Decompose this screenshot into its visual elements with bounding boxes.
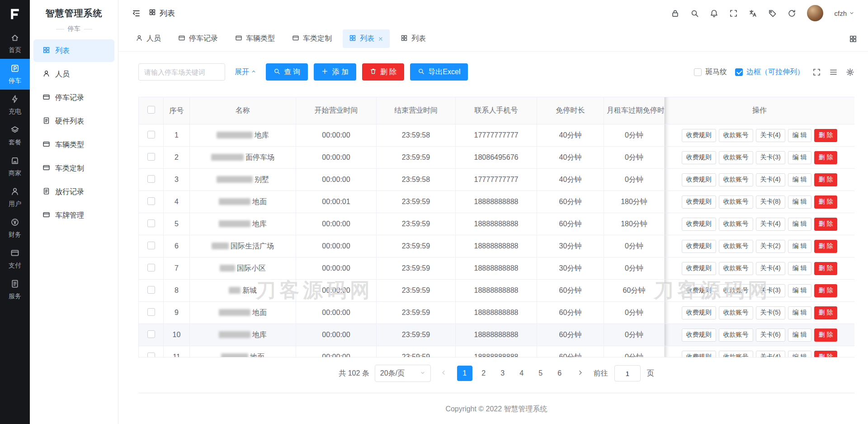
row-checkbox[interactable] <box>147 264 155 272</box>
row-checkbox[interactable] <box>147 153 155 161</box>
bell-icon[interactable] <box>710 9 718 18</box>
sidebar-item-放行记录[interactable]: 放行记录 <box>33 181 114 203</box>
gates-button[interactable]: 关卡(4) <box>756 218 785 231</box>
search-icon[interactable] <box>690 9 699 18</box>
border-checkbox-box[interactable] <box>735 68 743 76</box>
edit-button[interactable]: 编 辑 <box>788 329 811 342</box>
delete-button[interactable]: 删 除 <box>362 63 404 81</box>
payment-account-button[interactable]: 收款账号 <box>719 329 753 342</box>
primary-nav-支付[interactable]: 支付 <box>0 243 30 274</box>
density-icon[interactable] <box>829 68 838 76</box>
row-delete-button[interactable]: 删 除 <box>814 262 838 275</box>
row-delete-button[interactable]: 删 除 <box>814 240 838 253</box>
close-tab-icon[interactable] <box>378 36 383 42</box>
row-delete-button[interactable]: 删 除 <box>814 218 838 231</box>
gates-button[interactable]: 关卡(4) <box>756 173 785 186</box>
fullscreen-table-icon[interactable] <box>812 68 821 76</box>
sidebar-item-车牌管理[interactable]: 车牌管理 <box>33 204 114 227</box>
tab-车辆类型[interactable]: 车辆类型 <box>229 29 281 48</box>
payment-account-button[interactable]: 收款账号 <box>719 306 753 319</box>
language-icon[interactable] <box>749 9 757 18</box>
refresh-icon[interactable] <box>788 9 796 18</box>
tag-icon[interactable] <box>768 9 777 18</box>
fee-rules-button[interactable]: 收费规则 <box>682 173 716 186</box>
gates-button[interactable]: 关卡(4) <box>756 129 785 142</box>
page-button-4[interactable]: 4 <box>514 366 529 381</box>
lock-icon[interactable] <box>671 9 679 18</box>
primary-nav-财务[interactable]: 财务 <box>0 213 30 243</box>
query-button[interactable]: 查 询 <box>266 63 308 81</box>
row-delete-button[interactable]: 删 除 <box>814 195 838 209</box>
primary-nav-充电[interactable]: 充电 <box>0 90 30 120</box>
row-delete-button[interactable]: 删 除 <box>814 351 838 358</box>
row-checkbox[interactable] <box>147 308 155 316</box>
payment-account-button[interactable]: 收款账号 <box>719 218 753 231</box>
sidebar-item-车类定制[interactable]: 车类定制 <box>33 157 114 180</box>
row-checkbox[interactable] <box>147 286 155 294</box>
next-page-button[interactable] <box>573 366 588 381</box>
sidebar-item-硬件列表[interactable]: 硬件列表 <box>33 110 114 133</box>
row-checkbox[interactable] <box>147 242 155 249</box>
fee-rules-button[interactable]: 收费规则 <box>682 351 716 358</box>
fee-rules-button[interactable]: 收费规则 <box>682 240 716 253</box>
gates-button[interactable]: 关卡(4) <box>756 262 785 275</box>
edit-button[interactable]: 编 辑 <box>788 195 811 209</box>
border-checkbox[interactable]: 边框（可拉伸列） <box>735 67 804 77</box>
gates-button[interactable]: 关卡(4) <box>756 351 785 358</box>
edit-button[interactable]: 编 辑 <box>788 262 811 275</box>
gates-button[interactable]: 关卡(3) <box>756 151 785 164</box>
edit-button[interactable]: 编 辑 <box>788 351 811 358</box>
sidebar-item-列表[interactable]: 列表 <box>33 39 114 62</box>
expand-toggle[interactable]: 展开 <box>235 67 256 77</box>
row-delete-button[interactable]: 删 除 <box>814 306 838 319</box>
edit-button[interactable]: 编 辑 <box>788 306 811 319</box>
zebra-checkbox-box[interactable] <box>694 68 702 76</box>
row-delete-button[interactable]: 删 除 <box>814 151 838 164</box>
goto-page-input[interactable] <box>614 365 641 381</box>
fee-rules-button[interactable]: 收费规则 <box>682 218 716 231</box>
edit-button[interactable]: 编 辑 <box>788 284 811 297</box>
tab-列表[interactable]: 列表 <box>394 29 432 48</box>
row-checkbox[interactable] <box>147 330 155 338</box>
sidebar-item-车辆类型[interactable]: 车辆类型 <box>33 133 114 156</box>
payment-account-button[interactable]: 收款账号 <box>719 240 753 253</box>
edit-button[interactable]: 编 辑 <box>788 151 811 164</box>
gates-button[interactable]: 关卡(5) <box>756 306 785 319</box>
payment-account-button[interactable]: 收款账号 <box>719 151 753 164</box>
payment-account-button[interactable]: 收款账号 <box>719 173 753 186</box>
gates-button[interactable]: 关卡(2) <box>756 240 785 253</box>
payment-account-button[interactable]: 收款账号 <box>719 262 753 275</box>
fee-rules-button[interactable]: 收费规则 <box>682 306 716 319</box>
edit-button[interactable]: 编 辑 <box>788 173 811 186</box>
primary-nav-服务[interactable]: 服务 <box>0 274 30 305</box>
payment-account-button[interactable]: 收款账号 <box>719 129 753 142</box>
row-delete-button[interactable]: 删 除 <box>814 284 838 297</box>
gates-button[interactable]: 关卡(6) <box>756 329 785 342</box>
collapse-sidebar-icon[interactable] <box>132 9 141 18</box>
page-button-2[interactable]: 2 <box>476 366 491 381</box>
fee-rules-button[interactable]: 收费规则 <box>682 151 716 164</box>
zebra-checkbox[interactable]: 斑马纹 <box>694 67 727 77</box>
avatar[interactable] <box>807 5 823 21</box>
row-delete-button[interactable]: 删 除 <box>814 129 838 142</box>
primary-nav-用户[interactable]: 用户 <box>0 182 30 213</box>
payment-account-button[interactable]: 收款账号 <box>719 351 753 358</box>
tab-options-icon[interactable] <box>849 35 857 43</box>
page-button-6[interactable]: 6 <box>552 366 567 381</box>
fee-rules-button[interactable]: 收费规则 <box>682 195 716 209</box>
row-checkbox[interactable] <box>147 219 155 227</box>
page-size-select[interactable]: 20条/页 <box>375 365 431 382</box>
user-menu[interactable]: cfzh <box>834 10 854 17</box>
row-delete-button[interactable]: 删 除 <box>814 329 838 342</box>
gates-button[interactable]: 关卡(3) <box>756 284 785 297</box>
add-button[interactable]: 添 加 <box>314 63 356 81</box>
edit-button[interactable]: 编 辑 <box>788 129 811 142</box>
page-button-3[interactable]: 3 <box>495 366 510 381</box>
sidebar-item-停车记录[interactable]: 停车记录 <box>33 86 114 109</box>
row-delete-button[interactable]: 删 除 <box>814 173 838 186</box>
page-button-1[interactable]: 1 <box>457 366 472 381</box>
gates-button[interactable]: 关卡(8) <box>756 195 785 209</box>
fee-rules-button[interactable]: 收费规则 <box>682 284 716 297</box>
edit-button[interactable]: 编 辑 <box>788 218 811 231</box>
payment-account-button[interactable]: 收款账号 <box>719 195 753 209</box>
